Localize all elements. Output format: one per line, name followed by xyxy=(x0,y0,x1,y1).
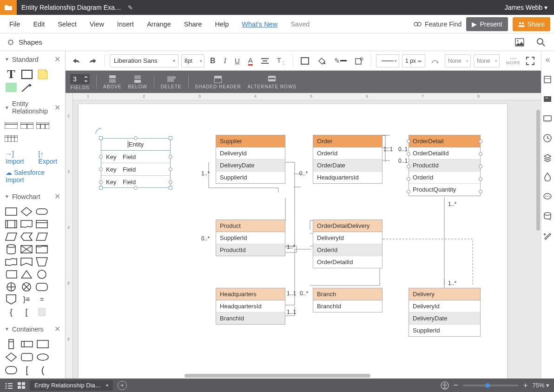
presentation-icon[interactable] xyxy=(543,114,552,123)
history-icon[interactable] xyxy=(543,133,552,143)
block-shape[interactable] xyxy=(5,82,18,93)
fc-brace[interactable]: }≡ xyxy=(20,294,33,305)
rect-shape[interactable] xyxy=(20,69,33,80)
add-page-button[interactable]: + xyxy=(118,381,127,390)
fc-triangle[interactable] xyxy=(20,269,33,279)
fc-s16[interactable] xyxy=(5,269,18,279)
fc-s14[interactable] xyxy=(20,257,33,267)
line-width-select[interactable]: 1 px◂▸ xyxy=(402,54,425,67)
ct-12[interactable] xyxy=(36,378,49,379)
collapse-dock-icon[interactable]: « xyxy=(545,55,550,65)
fc-s6[interactable] xyxy=(35,219,48,229)
fc-brace-open[interactable]: { xyxy=(5,307,18,317)
alternate-rows-button[interactable]: ALTERNATE ROWS xyxy=(248,75,297,89)
erd-shape-1[interactable] xyxy=(5,120,18,131)
close-icon[interactable]: ✕ xyxy=(54,192,60,201)
erd-shape-3[interactable] xyxy=(36,120,49,131)
present-button[interactable]: ▶Present xyxy=(466,17,508,31)
ct-6[interactable] xyxy=(36,352,49,362)
entity-supplier[interactable]: Supplier DeliveryId DeliveryDate Supplie… xyxy=(216,135,285,184)
fc-process[interactable] xyxy=(5,206,18,217)
fc-offpage[interactable] xyxy=(5,294,18,305)
fc-terminator[interactable] xyxy=(35,206,48,217)
properties-icon[interactable] xyxy=(543,75,552,84)
fc-bracket[interactable]: [ xyxy=(20,307,33,317)
zoom-in-button[interactable]: + xyxy=(523,381,528,390)
fc-or[interactable] xyxy=(20,282,33,292)
align-button[interactable] xyxy=(258,54,271,67)
grid-view-icon[interactable] xyxy=(18,382,25,389)
fc-document[interactable] xyxy=(20,219,33,229)
document-title[interactable]: Entity Relationship Diagram Exa… xyxy=(17,4,126,11)
ct-3[interactable] xyxy=(36,339,49,349)
horizontal-scrollbar[interactable] xyxy=(185,374,370,378)
fields-count[interactable]: 3FIELDS xyxy=(70,74,90,90)
close-icon[interactable]: ✕ xyxy=(54,103,60,112)
search-icon[interactable] xyxy=(534,36,548,49)
chat-icon[interactable] xyxy=(543,192,552,201)
font-select[interactable]: Liberation Sans xyxy=(110,54,178,67)
salesforce-import-link[interactable]: ☁ Salesforce Import xyxy=(0,168,65,188)
line-arrow-button[interactable] xyxy=(428,54,442,67)
close-icon[interactable]: ✕ xyxy=(54,325,60,333)
zoom-slider[interactable] xyxy=(463,385,519,386)
entity-order[interactable]: Order OrderId OrderDate HeadquartersId xyxy=(313,135,383,184)
more-button[interactable]: ⋯MORE xyxy=(506,57,521,65)
fc-s12[interactable] xyxy=(35,244,48,254)
entity-headquarters[interactable]: Headquarters HeadquartersId BranchId xyxy=(216,288,285,325)
accessibility-icon[interactable] xyxy=(441,381,449,390)
text-color-button[interactable]: A xyxy=(245,54,256,67)
ct-5[interactable] xyxy=(20,352,33,362)
note-shape[interactable] xyxy=(36,69,49,80)
line-style-select[interactable] xyxy=(376,54,399,67)
arrow-start-select[interactable]: None xyxy=(445,54,471,67)
text-options-button[interactable]: T⋮ xyxy=(274,54,288,67)
bold-button[interactable]: B xyxy=(207,54,218,67)
entity-name-input[interactable]: Entity xyxy=(128,141,144,148)
fc-s21[interactable] xyxy=(35,282,48,292)
line-shape[interactable] xyxy=(20,82,33,93)
edit-title-icon[interactable]: ✎ xyxy=(128,4,133,11)
ct-1[interactable] xyxy=(5,339,18,349)
ct-4[interactable] xyxy=(5,352,18,362)
menu-arrange[interactable]: Arrange xyxy=(141,18,177,31)
undo-button[interactable] xyxy=(69,54,83,67)
shaded-header-button[interactable]: SHADED HEADER xyxy=(195,75,241,89)
ct-10[interactable]: ] xyxy=(5,378,18,379)
shape-options-button[interactable] xyxy=(352,54,366,67)
category-containers[interactable]: ▼Containers✕ xyxy=(0,321,65,337)
category-entity-relationship[interactable]: ▼Entity Relationship✕ xyxy=(0,96,65,119)
fc-s9[interactable] xyxy=(35,232,48,242)
fc-s11[interactable] xyxy=(20,244,33,254)
zoom-out-button[interactable]: − xyxy=(454,380,459,390)
italic-button[interactable]: I xyxy=(221,54,229,67)
fc-s27[interactable] xyxy=(35,307,48,317)
entity-orderdetail[interactable]: OrderDetail OrderDetailId ProductId Orde… xyxy=(409,135,481,196)
user-menu[interactable]: James Webb ▾ xyxy=(498,4,554,11)
fc-data[interactable] xyxy=(5,232,18,242)
erd-shape-2[interactable] xyxy=(20,120,33,131)
fill-button[interactable] xyxy=(298,54,312,67)
fc-s13[interactable] xyxy=(5,257,18,267)
data-icon[interactable] xyxy=(543,212,552,221)
feature-find[interactable]: Feature Find xyxy=(414,20,462,28)
category-flowchart[interactable]: ▼Flowchart✕ xyxy=(0,188,65,205)
ct-7[interactable] xyxy=(5,365,18,375)
category-standard[interactable]: ▼Standard✕ xyxy=(0,51,65,67)
underline-button[interactable]: U xyxy=(232,54,243,67)
add-above-button[interactable]: ABOVE xyxy=(103,75,121,89)
page-tab[interactable]: Entity Relationship Dia… xyxy=(30,380,113,391)
menu-file[interactable]: File xyxy=(4,18,26,31)
arrow-end-select[interactable]: None xyxy=(474,54,500,67)
import-link[interactable]: →] Import xyxy=(6,150,29,165)
folder-icon[interactable] xyxy=(0,0,17,15)
add-below-button[interactable]: BELOW xyxy=(128,75,147,89)
entity-product[interactable]: Product SupplierId ProductId xyxy=(216,219,285,256)
entity-orderdetaildelivery[interactable]: OrderDetailDelivery DeliveryId OrderId O… xyxy=(313,219,383,268)
menu-view[interactable]: View xyxy=(84,18,110,31)
border-color-button[interactable]: ✎ xyxy=(331,54,350,67)
shapes-button[interactable]: Shapes xyxy=(0,33,49,51)
vertical-scrollbar[interactable] xyxy=(536,110,540,231)
menu-select[interactable]: Select xyxy=(52,18,82,31)
close-icon[interactable]: ✕ xyxy=(54,55,60,64)
